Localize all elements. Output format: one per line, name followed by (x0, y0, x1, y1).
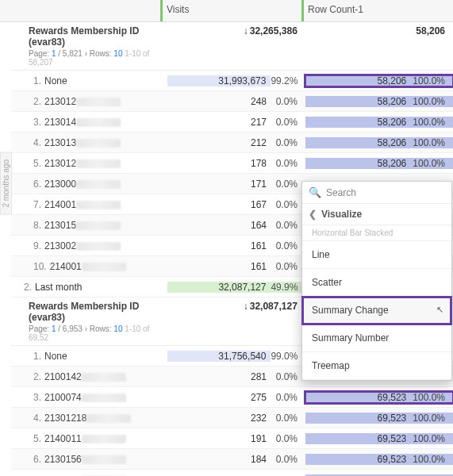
row-label: 9.213002 (11, 240, 167, 251)
pagination-meta: Page: 1 / 6,953 › Rows: 10 1-10 of 69,52 (29, 324, 161, 342)
visits-percent: 0.0% (271, 240, 305, 251)
visits-percent: 0.0% (271, 371, 305, 382)
context-menu: 🔍 Search ❮ Visualize Horizontal Bar Stac… (301, 181, 452, 381)
rowcount-cell: 69,523100.0% (305, 433, 453, 444)
visits-percent: 0.0% (271, 199, 305, 210)
redacted-segment (82, 393, 126, 402)
chevron-left-icon: ❮ (309, 209, 317, 220)
menu-item-line[interactable]: Line (302, 241, 451, 269)
rowcount-cell: 69,523100.0% (305, 392, 453, 403)
side-tab-2months[interactable]: 2 months ago (0, 152, 12, 215)
visits-value: 281 (167, 371, 271, 382)
redacted-segment (76, 139, 121, 148)
table-row[interactable]: 4.2130132120.0%58,206100.0% (11, 132, 453, 153)
row-label: 5.213012 (11, 158, 167, 169)
visits-percent: 0.0% (271, 454, 305, 465)
visits-total: ↓32,087,127 (167, 298, 305, 315)
column-header-visits[interactable]: Visits (160, 0, 301, 21)
visits-percent: 0.0% (271, 220, 305, 231)
visits-value: 217 (167, 117, 271, 128)
row-label: 8.213015 (11, 220, 167, 231)
visits-value: 161 (167, 240, 271, 251)
redacted-segment (82, 455, 126, 464)
visits-percent: 0.0% (271, 158, 305, 169)
rowcount-cell: 58,206100.0% (305, 75, 453, 86)
table-row[interactable]: 5.21400111910.0%69,523100.0% (11, 428, 453, 449)
visits-value: 184 (167, 454, 271, 465)
table-row[interactable]: 1.None31,993,67399.2%58,206100.0% (11, 71, 453, 91)
visits-value: 31,993,673 (167, 75, 271, 86)
table-row[interactable]: 3.2130142170.0%58,206100.0% (11, 112, 453, 132)
menu-item-summary-change[interactable]: Summary Change ↖ (302, 297, 451, 324)
visits-percent: 0.0% (271, 392, 305, 403)
table-row[interactable]: 3.21000742750.0%69,523100.0% (11, 387, 453, 408)
visits-total: ↓32,265,386 (167, 22, 305, 40)
dimension-title: Rewards Membership ID (evar83) (29, 25, 161, 48)
context-visualize-back[interactable]: ❮ Visualize (302, 204, 451, 225)
redacted-segment (82, 435, 126, 443)
dimension-column-spacer (0, 0, 160, 21)
menu-item-summary-number[interactable]: Summary Number (302, 324, 451, 352)
row-label: 2.2100142 (11, 371, 167, 382)
redacted-segment (76, 201, 121, 209)
visits-value: 164 (167, 220, 271, 231)
visits-percent: 0.0% (271, 178, 305, 190)
visits-percent: 0.0% (271, 96, 305, 107)
row-label: 3.213014 (11, 117, 167, 128)
table-row[interactable]: 5.2130121780.0%58,206100.0% (11, 153, 453, 174)
redacted-segment (76, 242, 121, 251)
dimension-title: Rewards Membership ID (evar83) (29, 301, 161, 323)
visits-percent: 0.0% (271, 261, 305, 272)
page-current-link[interactable]: 1 (52, 49, 56, 58)
rowcount-cell: 69,523100.0% (305, 454, 453, 465)
table-row[interactable]: 7.21400111780.0%69,523100.0% (11, 470, 453, 476)
menu-item-truncated: Horizontal Bar Stacked (302, 225, 451, 241)
rowcount-cell: 58,206100.0% (305, 158, 453, 169)
visits-percent: 0.0% (271, 117, 305, 128)
table-row[interactable]: 6.21301561840.0%69,523100.0% (11, 449, 453, 470)
row-label: 4.21301218 (11, 413, 167, 424)
visits-value: 167 (167, 199, 271, 210)
visits-value: 161 (167, 261, 271, 272)
rowcount-cell: 58,206100.0% (305, 137, 453, 148)
page-current-link[interactable]: 1 (52, 324, 56, 333)
visits-percent: 49.9% (271, 282, 305, 293)
table-row[interactable]: 2.2130122480.0%58,206100.0% (11, 91, 453, 112)
rowcount-cell: 69,523100.0% (305, 413, 453, 424)
redacted-segment (76, 180, 121, 189)
search-placeholder: Search (326, 187, 356, 198)
visits-percent: 0.0% (271, 433, 305, 444)
table-body: 2 months ago nth Rewards Membership ID (… (0, 22, 453, 476)
column-header-rowcount[interactable]: Row Count-1 (301, 0, 453, 21)
rows-count-link[interactable]: 10 (113, 324, 122, 333)
rows-count-link[interactable]: 10 (113, 49, 122, 58)
menu-item-scatter[interactable]: Scatter (302, 269, 451, 297)
row-label: 6.2130156 (11, 454, 167, 465)
row-label: 5.2140011 (11, 433, 167, 444)
cursor-icon: ↖ (436, 305, 443, 315)
redacted-segment (76, 118, 121, 127)
redacted-segment (76, 221, 121, 230)
visits-value: 275 (167, 392, 271, 403)
redacted-segment (86, 414, 131, 423)
visits-value: 31,756,540 (167, 351, 271, 362)
row-label: 2.213012 (11, 96, 167, 107)
visits-percent: 99.2% (271, 75, 305, 86)
row-label: 10.214001 (11, 261, 167, 272)
menu-item-treemap[interactable]: Treemap (302, 352, 451, 380)
visits-value: 232 (167, 413, 271, 424)
pagination-meta: Page: 1 / 5,821 › Rows: 10 1-10 of 58,20… (29, 49, 161, 67)
row-label: 1.None (11, 75, 167, 86)
visits-value: 171 (167, 178, 271, 190)
table-row[interactable]: 4.213012182320.0%69,523100.0% (11, 408, 453, 428)
row-label: 1.None (11, 351, 167, 362)
redacted-segment (76, 98, 121, 106)
row-label: 3.2100074 (11, 392, 167, 403)
row-label: 6.213000 (11, 178, 167, 190)
context-search[interactable]: 🔍 Search (302, 182, 451, 204)
column-headers: Visits Row Count-1 (0, 0, 453, 22)
sort-desc-icon: ↓ (244, 301, 248, 312)
visits-value: 248 (167, 96, 271, 107)
redacted-segment (82, 263, 126, 271)
visits-percent: 0.0% (271, 413, 305, 424)
